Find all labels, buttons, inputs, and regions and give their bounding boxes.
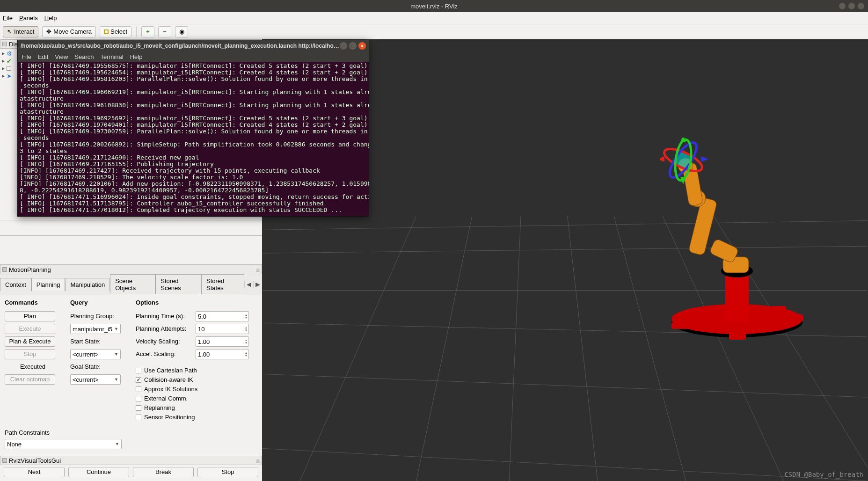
eye-icon: ◉ <box>179 28 184 35</box>
minimize-icon[interactable] <box>839 3 846 9</box>
menu-help[interactable]: Help <box>44 15 57 22</box>
svg-marker-34 <box>660 156 664 162</box>
close-icon[interactable] <box>858 3 864 9</box>
terminal-title: /home/xiao/aubo_ws/src/aubo_robot/aubo_i… <box>21 43 340 49</box>
terminal-maximize-icon[interactable]: □ <box>349 42 357 50</box>
menu-panels[interactable]: Panels <box>19 15 38 22</box>
panel-close-icon[interactable]: ☒ <box>256 266 260 273</box>
svg-line-4 <box>263 374 868 397</box>
robot-links <box>678 158 749 273</box>
visual-tools-header[interactable]: RvizVisualToolsGui ☒ <box>0 456 262 465</box>
planning-time-input[interactable]: 5.0▲▼ <box>196 311 249 321</box>
stop-button[interactable]: Stop <box>197 467 258 477</box>
query-header: Query <box>70 299 126 306</box>
terminal-menu-view[interactable]: View <box>55 53 68 60</box>
panel-close-icon[interactable]: ☒ <box>256 457 260 464</box>
tab-planning[interactable]: Planning <box>31 278 66 291</box>
tab-scene-objects[interactable]: Scene Objects <box>110 274 155 294</box>
tab-scroll-left[interactable]: ◀ <box>244 281 253 288</box>
tool-add[interactable]: + <box>141 26 154 37</box>
terminal-close-icon[interactable]: × <box>358 42 366 50</box>
terminal-menu-search[interactable]: Search <box>74 53 94 60</box>
grid-small-icon <box>2 42 7 46</box>
svg-line-7 <box>416 216 472 481</box>
terminal-menu-edit[interactable]: Edit <box>38 53 48 60</box>
window-controls <box>839 3 864 9</box>
tool-remove[interactable]: − <box>158 26 171 37</box>
start-state-select[interactable]: <current>▼ <box>70 349 121 359</box>
tool-interact[interactable]: ↖ Interact <box>3 26 38 37</box>
svg-marker-35 <box>701 156 708 162</box>
sensor-positioning-checkbox[interactable]: Sensor Positioning <box>136 414 253 421</box>
planning-time-label: Planning Time (s): <box>136 311 192 321</box>
next-button[interactable]: Next <box>4 467 65 477</box>
clear-octomap-button[interactable]: Clear octomap <box>5 374 55 385</box>
spin-down-icon[interactable]: ▼ <box>243 329 248 332</box>
goal-state-select[interactable]: <current>▼ <box>70 374 121 385</box>
velocity-scaling-input[interactable]: 1.00▲▼ <box>196 336 249 347</box>
spin-down-icon[interactable]: ▼ <box>243 354 248 357</box>
accel-scaling-label: Accel. Scaling: <box>136 349 192 359</box>
tab-context[interactable]: Context <box>0 278 31 291</box>
svg-rect-19 <box>772 306 786 312</box>
stop-button[interactable]: Stop <box>5 349 55 359</box>
spin-down-icon[interactable]: ▼ <box>243 342 248 344</box>
planning-attempts-input[interactable]: 10▲▼ <box>196 324 249 334</box>
move-icon: ✥ <box>46 28 51 35</box>
arrow-icon: ➤ <box>7 73 12 80</box>
path-constraints-select[interactable]: None▼ <box>5 439 122 449</box>
goal-state-label: Goal State: <box>70 362 126 372</box>
tab-manipulation[interactable]: Manipulation <box>65 278 110 291</box>
tab-stored-states[interactable]: Stored States <box>201 274 244 294</box>
minus-icon: − <box>163 28 167 35</box>
planning-attempts-label: Planning Attempts: <box>136 324 192 334</box>
continue-button[interactable]: Continue <box>68 467 129 477</box>
window-titlebar: moveit.rviz - RViz <box>0 0 868 12</box>
execute-button[interactable]: Execute <box>5 324 55 334</box>
terminal-menu-terminal[interactable]: Terminal <box>101 53 124 60</box>
tab-stored-scenes[interactable]: Stored Scenes <box>155 274 201 294</box>
grid-small-icon <box>2 458 7 463</box>
options-header: Options <box>136 299 253 306</box>
select-icon <box>104 29 109 34</box>
terminal-titlebar[interactable]: /home/xiao/aubo_ws/src/aubo_robot/aubo_i… <box>18 40 369 51</box>
planning-group-select[interactable]: manipulator_i5▼ <box>70 324 121 334</box>
collision-ik-checkbox[interactable]: Collision-aware IK <box>136 376 253 383</box>
terminal-menu-help[interactable]: Help <box>130 53 143 60</box>
svg-rect-17 <box>729 333 746 340</box>
plan-button[interactable]: Plan <box>5 311 55 321</box>
chevron-down-icon: ▼ <box>114 327 118 331</box>
terminal-minimize-icon[interactable]: − <box>340 42 347 50</box>
svg-line-6 <box>300 216 416 481</box>
approx-ik-checkbox[interactable]: Approx IK Solutions <box>136 386 253 393</box>
separator <box>136 27 137 37</box>
terminal-menu-file[interactable]: File <box>22 53 31 60</box>
tool-move-camera[interactable]: ✥ Move Camera <box>42 26 96 37</box>
use-cartesian-checkbox[interactable]: Use Cartesian Path <box>136 367 253 374</box>
spin-down-icon[interactable]: ▼ <box>243 316 248 319</box>
motion-tabs: Context Planning Manipulation Scene Obje… <box>0 274 262 294</box>
check-icon: ✔ <box>7 58 12 65</box>
start-state-label: Start State: <box>70 336 126 347</box>
tool-select[interactable]: Select <box>100 26 131 37</box>
svg-rect-16 <box>786 314 803 321</box>
window-title: moveit.rviz - RViz <box>410 3 458 10</box>
svg-rect-20 <box>725 271 749 322</box>
chevron-down-icon: ▼ <box>115 442 119 446</box>
svg-line-8 <box>509 216 521 481</box>
terminal-output[interactable]: [ INFO] [1676817469.195568575]: manipula… <box>18 62 369 216</box>
accel-scaling-input[interactable]: 1.00▲▼ <box>196 349 249 359</box>
plan-execute-button[interactable]: Plan & Execute <box>5 336 55 347</box>
cursor-icon: ↖ <box>7 28 12 35</box>
maximize-icon[interactable] <box>848 3 855 9</box>
gear-icon: ⚙ <box>7 50 12 57</box>
tool-eye[interactable]: ◉ <box>175 26 188 37</box>
menu-file[interactable]: File <box>3 15 13 22</box>
commands-header: Commands <box>5 299 61 306</box>
motion-planning-header[interactable]: MotionPlanning ☒ <box>0 265 262 274</box>
terminal-window[interactable]: /home/xiao/aubo_ws/src/aubo_robot/aubo_i… <box>17 40 369 217</box>
replanning-checkbox[interactable]: Replanning <box>136 404 253 411</box>
break-button[interactable]: Break <box>133 467 194 477</box>
external-comm-checkbox[interactable]: External Comm. <box>136 395 253 402</box>
tab-scroll-right[interactable]: ▶ <box>253 281 262 288</box>
